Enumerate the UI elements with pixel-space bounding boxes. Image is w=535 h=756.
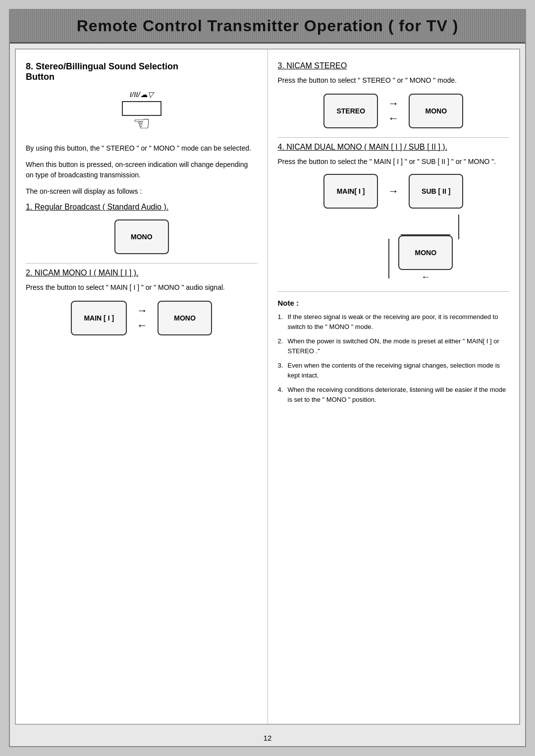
arrow-right-icon2: → — [388, 97, 399, 110]
sub4-diagram: MAIN[ I ] → SUB [ II ] — [278, 174, 510, 282]
note-item: 2.When the power is switched ON, the mod… — [278, 336, 510, 356]
divider3 — [278, 291, 510, 292]
page-wrapper: Remote Control Transmitter Operation ( f… — [9, 9, 526, 747]
note-number: 4. — [278, 385, 283, 395]
sub4-top-row: MAIN[ I ] → SUB [ II ] — [323, 174, 463, 209]
note-list: 1.If the stereo signal is weak or the re… — [278, 312, 510, 404]
content-area: 8. Stereo/Billingual Sound Selection But… — [15, 49, 520, 725]
sub3-title: 3. NICAM STEREO — [278, 61, 510, 70]
left-column: 8. Stereo/Billingual Sound Selection But… — [16, 50, 268, 724]
sub4-title: 4. NICAM DUAL MONO ( MAIN [ I ] / SUB [ … — [278, 143, 510, 152]
button-label-text: I/II/☁▽ — [130, 90, 154, 99]
arrow-left-icon3: ← — [421, 272, 430, 282]
page-title: Remote Control Transmitter Operation ( f… — [22, 17, 513, 35]
divider2 — [278, 137, 510, 138]
sub1-mono-box: MONO — [114, 219, 169, 254]
note-item: 4.When the receiving conditions deterior… — [278, 385, 510, 404]
note-number: 2. — [278, 336, 283, 346]
arrow-left-icon2: ← — [388, 112, 399, 125]
note-number: 1. — [278, 312, 283, 322]
sub4-main-box: MAIN[ I ] — [323, 174, 378, 209]
page-number: 12 — [10, 730, 525, 746]
note-number: 3. — [278, 361, 283, 371]
note-item: 3.Even when the contents of the receivin… — [278, 361, 510, 380]
sub4-mono-box: MONO — [398, 235, 453, 270]
divider1 — [26, 263, 258, 264]
note-title: Note : — [278, 299, 510, 307]
sub2-title: 2. NICAM MONO I ( MAIN [ I ] ). — [26, 269, 258, 277]
sub1-diagram: MONO — [26, 219, 258, 254]
sub4-arrow: → — [388, 185, 399, 198]
sub4-desc: Press the button to select the " MAIN [ … — [278, 157, 510, 167]
sub2-diagram: MAIN [ I ] → ← MONO — [26, 301, 258, 335]
desc1: By using this button, the " STEREO " or … — [26, 143, 258, 154]
sub4-sub-box: SUB [ II ] — [409, 174, 463, 209]
sub2-desc: Press the button to select " MAIN [ I ] … — [26, 282, 258, 293]
sub2-main-box: MAIN [ I ] — [71, 301, 127, 335]
sub3-diagram: STEREO → ← MONO — [278, 94, 510, 128]
button-diagram: I/II/☁▽ ☜ — [26, 90, 258, 135]
sub3-desc: Press the button to select " STEREO " or… — [278, 75, 510, 86]
sub2-mono-box: MONO — [158, 301, 212, 335]
header-bar: Remote Control Transmitter Operation ( f… — [10, 10, 525, 44]
section-heading: 8. Stereo/Billingual Sound Selection But… — [26, 61, 258, 82]
arrow-right-icon3: → — [388, 185, 399, 198]
arrow-left-icon: ← — [137, 319, 148, 332]
right-column: 3. NICAM STEREO Press the button to sele… — [268, 50, 520, 724]
note-item: 1.If the stereo signal is weak or the re… — [278, 312, 510, 331]
sub2-arrows: → ← — [137, 304, 148, 332]
desc3: The on-screen will display as follows : — [26, 186, 258, 197]
arrow-right-icon: → — [137, 304, 148, 317]
desc2: When this button is pressed, on-screen i… — [26, 160, 258, 180]
sub3-mono-box: MONO — [409, 94, 463, 128]
sub3-arrows: → ← — [388, 97, 399, 125]
note-section: Note : 1.If the stereo signal is weak or… — [278, 299, 510, 404]
sub3-stereo-box: STEREO — [323, 94, 378, 128]
sub1-title: 1. Regular Broadcast ( Standard Audio ). — [26, 203, 258, 212]
